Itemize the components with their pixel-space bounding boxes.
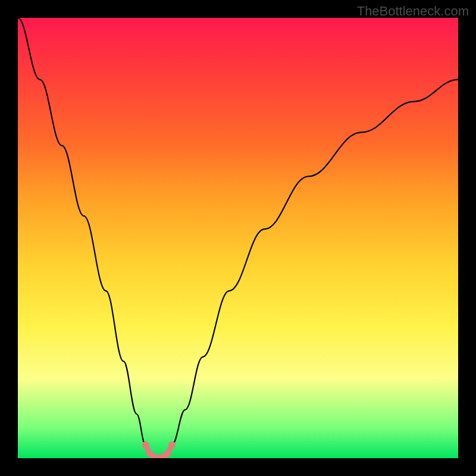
plot-area	[18, 18, 458, 458]
x-axis-gutter	[18, 458, 458, 476]
highlight-dot	[164, 450, 171, 458]
highlight-dot	[142, 441, 149, 449]
bottleneck-curve	[18, 18, 458, 458]
chart-svg	[18, 18, 458, 458]
watermark: TheBottleneck.com	[357, 4, 469, 19]
y-axis-gutter	[0, 18, 18, 458]
highlight-dot	[168, 441, 176, 449]
